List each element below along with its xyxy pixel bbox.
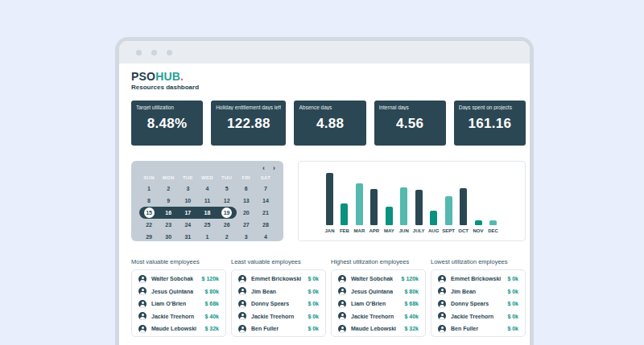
bar-column: OCT xyxy=(458,173,469,240)
calendar-day[interactable]: 12 xyxy=(217,195,237,207)
calendar-day[interactable]: 4 xyxy=(256,231,275,243)
calendar-day[interactable]: 14 xyxy=(256,195,275,207)
bar-jun[interactable] xyxy=(400,187,407,225)
calendar-prev-icon[interactable]: ‹ xyxy=(262,165,265,172)
calendar-day[interactable]: 13 xyxy=(237,195,256,207)
employee-row[interactable]: Jesus Quintana $ 80k xyxy=(132,285,225,298)
calendar-day[interactable]: 11 xyxy=(197,195,217,207)
bar-dec[interactable] xyxy=(489,220,497,225)
bar-nov[interactable] xyxy=(475,220,482,226)
calendar-day[interactable]: 20 xyxy=(237,207,256,219)
calendar-day[interactable]: 25 xyxy=(197,219,217,231)
user-avatar-icon xyxy=(138,312,147,320)
calendar-day[interactable]: 26 xyxy=(217,219,237,231)
calendar-day-headers: Sun Mon Tue Wed Thu Fri Sat xyxy=(139,172,275,183)
calendar-day-number: 12 xyxy=(224,198,230,203)
kpi-label: Absence days xyxy=(299,105,361,110)
bar-month-label: MAR xyxy=(354,228,365,233)
employee-row[interactable]: Ben Fuller $ 0k xyxy=(431,322,525,335)
employee-row[interactable]: Maude Lebowski $ 32k xyxy=(332,322,425,335)
employee-row[interactable]: Ben Fuller $ 0k xyxy=(232,322,325,335)
bar-oct[interactable] xyxy=(460,188,467,225)
calendar-day[interactable]: 18 xyxy=(197,207,217,219)
calendar-day-number: 6 xyxy=(245,186,248,191)
calendar-day-number: 31 xyxy=(184,234,191,240)
calendar-nav: ‹ › xyxy=(139,164,275,172)
user-avatar-icon xyxy=(138,325,147,333)
bar-mar[interactable] xyxy=(356,183,363,225)
calendar-day[interactable]: 17 xyxy=(178,207,197,219)
employee-row[interactable]: Jim Bean $ 0k xyxy=(232,285,325,298)
bar-column: APR xyxy=(369,173,379,240)
calendar-day[interactable]: 27 xyxy=(237,219,256,231)
bar-sept[interactable] xyxy=(445,196,452,225)
bar-feb[interactable] xyxy=(341,203,348,225)
browser-window: PSOHUB. Resources dashboard Target utili… xyxy=(115,37,534,345)
calendar-day[interactable]: 4 xyxy=(197,183,217,195)
bar-july[interactable] xyxy=(415,190,423,225)
bar-may[interactable] xyxy=(386,207,393,225)
employee-row[interactable]: Donny Spears $ 0k xyxy=(431,298,525,310)
calendar-day[interactable]: 1 xyxy=(139,183,159,195)
calendar-day[interactable]: 3 xyxy=(237,231,256,243)
employee-value: $ 32k xyxy=(404,326,419,331)
calendar-day[interactable]: 23 xyxy=(159,219,178,231)
employee-row[interactable]: Jesus Quintana $ 80k xyxy=(332,285,425,298)
user-avatar-icon xyxy=(138,300,147,308)
calendar-day-number: 7 xyxy=(264,186,267,191)
calendar-day[interactable]: 2 xyxy=(217,231,237,243)
calendar-day[interactable]: 2 xyxy=(159,183,178,195)
calendar-day-header: Wed xyxy=(197,175,217,180)
bar-month-label: DEC xyxy=(488,228,498,233)
employee-row[interactable]: Jim Bean $ 0k xyxy=(431,285,525,298)
employee-row[interactable]: Emmet Brickowski $ 0k xyxy=(431,273,525,285)
employee-list-card: Emmet Brickowski $ 0k Jim Bean $ 0k Donn xyxy=(431,269,526,337)
calendar-day[interactable]: 6 xyxy=(237,183,256,195)
calendar-day[interactable]: 5 xyxy=(217,183,237,195)
calendar-day[interactable]: 21 xyxy=(256,207,275,219)
employee-row[interactable]: Jackie Treehorn $ 0k xyxy=(431,310,525,323)
employee-row[interactable]: Jackie Treehorn $ 40k xyxy=(332,310,425,323)
employee-row[interactable]: Jackie Treehorn $ 0k xyxy=(232,310,325,323)
calendar-day[interactable]: 19 xyxy=(217,207,237,219)
employee-row[interactable]: Maude Lebowski $ 32k xyxy=(132,322,225,335)
employee-row[interactable]: Liam O'Brien $ 68k xyxy=(132,298,225,310)
employee-row[interactable]: Walter Sobchak $ 120k xyxy=(332,273,425,285)
employee-row[interactable]: Donny Spears $ 0k xyxy=(232,298,325,310)
employee-value: $ 0k xyxy=(308,289,319,294)
calendar-day[interactable]: 1 xyxy=(197,231,217,243)
employee-name: Emmet Brickowski xyxy=(251,276,301,281)
employee-row[interactable]: Jackie Treehorn $ 40k xyxy=(132,310,225,323)
calendar-day-header: Tue xyxy=(178,175,197,180)
bar-jan[interactable] xyxy=(326,173,333,225)
calendar-day[interactable]: 28 xyxy=(256,219,275,231)
calendar-day[interactable]: 29 xyxy=(139,231,159,243)
calendar-day[interactable]: 24 xyxy=(178,219,197,231)
user-avatar-icon xyxy=(438,325,446,333)
calendar-day[interactable]: 30 xyxy=(159,231,178,243)
calendar-day[interactable]: 15 xyxy=(139,207,159,219)
bar-apr[interactable] xyxy=(370,189,378,226)
calendar-day[interactable]: 16 xyxy=(159,207,178,219)
list-least-valuable: Least valuable employees Emmet Brickowsk… xyxy=(231,258,326,337)
employee-name: Walter Sobchak xyxy=(351,276,393,281)
employee-row[interactable]: Walter Sobchak $ 120k xyxy=(132,273,225,285)
calendar-day[interactable]: 31 xyxy=(178,231,197,243)
calendar-day[interactable]: 7 xyxy=(256,183,275,195)
logo-text-pso: PSO xyxy=(131,70,155,83)
calendar-day[interactable]: 22 xyxy=(139,219,159,231)
calendar-next-icon[interactable]: › xyxy=(273,165,275,172)
calendar-day[interactable]: 3 xyxy=(178,183,197,195)
calendar-day[interactable]: 10 xyxy=(178,195,197,207)
employee-value: $ 80k xyxy=(204,289,219,294)
list-title: Highest utilization employees xyxy=(331,258,426,267)
bar-aug[interactable] xyxy=(430,211,437,225)
user-avatar-icon xyxy=(338,287,346,295)
employee-row[interactable]: Emmet Brickowski $ 0k xyxy=(232,273,325,285)
employee-name: Ben Fuller xyxy=(251,326,279,331)
calendar-day[interactable]: 8 xyxy=(139,195,159,207)
employee-row[interactable]: Liam O'Brien $ 68k xyxy=(332,298,425,310)
calendar-day[interactable]: 9 xyxy=(159,195,178,207)
employee-name: Jackie Treehorn xyxy=(451,314,493,319)
user-avatar-icon xyxy=(238,300,246,308)
